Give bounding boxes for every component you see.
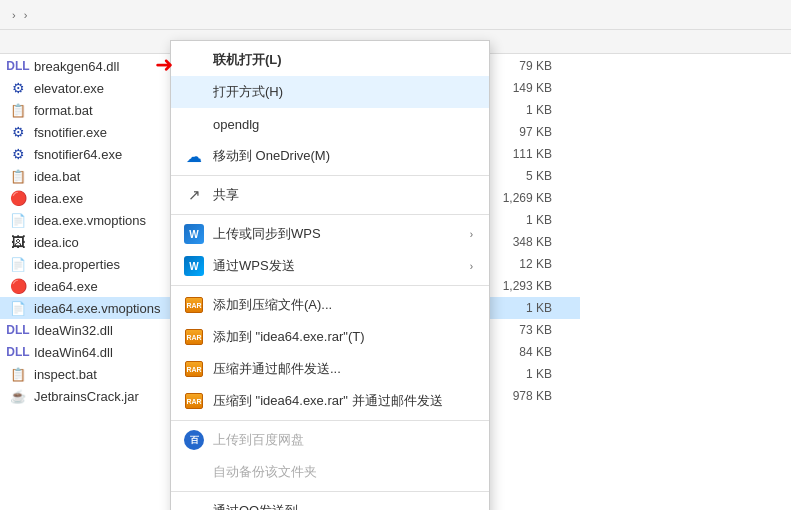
- menu-icon-none: [183, 461, 205, 483]
- baidu-icon: 百: [183, 429, 205, 451]
- menu-item-label: 联机打开(L): [213, 51, 473, 69]
- file-type-icon: 📄: [8, 298, 28, 318]
- menu-separator: [171, 285, 489, 286]
- menu-item-wps-upload[interactable]: W 上传或同步到WPS ›: [171, 218, 489, 250]
- menu-item-label: 通过WPS发送: [213, 257, 470, 275]
- menu-icon-none: [183, 500, 205, 510]
- file-type-icon: DLL: [8, 342, 28, 362]
- menu-item-label: 打开方式(H): [213, 83, 473, 101]
- menu-item-label: 移动到 OneDrive(M): [213, 147, 473, 165]
- menu-separator: [171, 214, 489, 215]
- submenu-arrow: ›: [470, 229, 473, 240]
- breadcrumb-sep2: ›: [24, 9, 28, 21]
- menu-item-label: 共享: [213, 186, 473, 204]
- menu-item-opendlg[interactable]: opendlg: [171, 108, 489, 140]
- onedrive-icon: ☁: [183, 145, 205, 167]
- file-type-icon: ⚙: [8, 144, 28, 164]
- menu-item-label: 自动备份该文件夹: [213, 463, 473, 481]
- menu-separator: [171, 491, 489, 492]
- menu-item-label: opendlg: [213, 117, 473, 132]
- file-type-icon: DLL: [8, 56, 28, 76]
- share-icon: ↗: [183, 184, 205, 206]
- file-type-icon: 🖼: [8, 232, 28, 252]
- menu-item-rar-add[interactable]: RAR 添加到压缩文件(A)...: [171, 289, 489, 321]
- menu-item-label: 通过QQ发送到: [213, 502, 473, 510]
- menu-item-label: 添加到压缩文件(A)...: [213, 296, 473, 314]
- rar-icon: RAR: [183, 294, 205, 316]
- file-type-icon: 🔴: [8, 188, 28, 208]
- rar-icon: RAR: [183, 326, 205, 348]
- context-menu: 联机打开(L) 打开方式(H) opendlg ☁ 移动到 OneDrive(M…: [170, 40, 490, 510]
- file-type-icon: 📄: [8, 210, 28, 230]
- rar-icon: RAR: [183, 358, 205, 380]
- menu-item-open-with[interactable]: 联机打开(L): [171, 44, 489, 76]
- file-type-icon: 📄: [8, 254, 28, 274]
- explorer-window: › › DLL breakgen64.dll 扩展 79 KB ⚙ elevat…: [0, 0, 791, 510]
- menu-item-baidu-upload: 百 上传到百度网盘: [171, 424, 489, 456]
- file-type-icon: ⚙: [8, 122, 28, 142]
- submenu-arrow: ›: [470, 261, 473, 272]
- rar-icon: RAR: [183, 390, 205, 412]
- menu-separator: [171, 420, 489, 421]
- file-type-icon: 📋: [8, 100, 28, 120]
- menu-item-open-method[interactable]: 打开方式(H): [171, 76, 489, 108]
- menu-item-rar-add-name[interactable]: RAR 添加到 "idea64.exe.rar"(T): [171, 321, 489, 353]
- wps-upload-icon: W: [183, 223, 205, 245]
- file-type-icon: 📋: [8, 166, 28, 186]
- breadcrumb[interactable]: › ›: [0, 0, 791, 30]
- menu-item-label: 上传到百度网盘: [213, 431, 473, 449]
- menu-icon-none: [183, 113, 205, 135]
- menu-item-onedrive[interactable]: ☁ 移动到 OneDrive(M): [171, 140, 489, 172]
- menu-item-label: 添加到 "idea64.exe.rar"(T): [213, 328, 473, 346]
- menu-separator: [171, 175, 489, 176]
- menu-item-rar-email-name[interactable]: RAR 压缩到 "idea64.exe.rar" 并通过邮件发送: [171, 385, 489, 417]
- red-arrow-indicator: ➜: [155, 52, 173, 78]
- file-type-icon: 🔴: [8, 276, 28, 296]
- menu-item-qq-send[interactable]: 通过QQ发送到: [171, 495, 489, 510]
- wps-send-icon: W: [183, 255, 205, 277]
- file-type-icon: 📋: [8, 364, 28, 384]
- menu-item-label: 压缩到 "idea64.exe.rar" 并通过邮件发送: [213, 392, 473, 410]
- menu-item-label: 上传或同步到WPS: [213, 225, 470, 243]
- file-type-icon: ⚙: [8, 78, 28, 98]
- menu-icon-none: [183, 81, 205, 103]
- file-type-icon: DLL: [8, 320, 28, 340]
- menu-icon-none: [183, 49, 205, 71]
- breadcrumb-sep1: ›: [12, 9, 16, 21]
- file-type-icon: ☕: [8, 386, 28, 406]
- menu-item-share[interactable]: ↗ 共享: [171, 179, 489, 211]
- menu-item-auto-backup: 自动备份该文件夹: [171, 456, 489, 488]
- menu-item-wps-send[interactable]: W 通过WPS发送 ›: [171, 250, 489, 282]
- menu-item-label: 压缩并通过邮件发送...: [213, 360, 473, 378]
- menu-item-rar-email[interactable]: RAR 压缩并通过邮件发送...: [171, 353, 489, 385]
